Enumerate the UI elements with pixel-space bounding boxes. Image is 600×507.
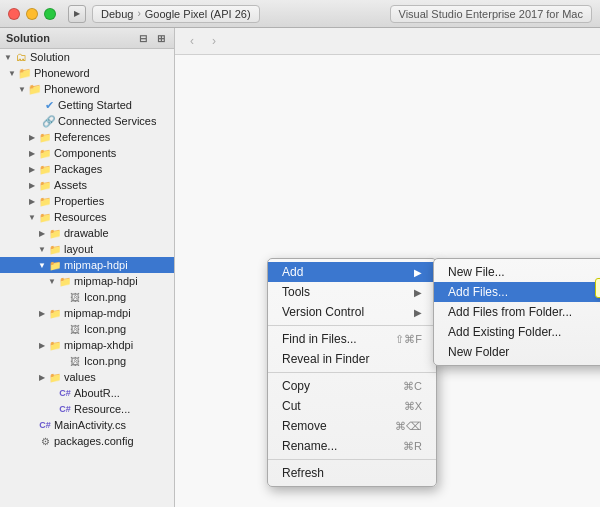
minimize-button[interactable] (26, 8, 38, 20)
tree-item-references[interactable]: ▶ 📁 References (0, 129, 174, 145)
tree-item-layout[interactable]: ▼ 📁 layout (0, 241, 174, 257)
tree-item-phoneword-proj[interactable]: ▼ 📁 Phoneword (0, 81, 174, 97)
arrow-icon2 (56, 323, 68, 335)
tree-item-solution[interactable]: ▼ 🗂 Solution (0, 49, 174, 65)
maximize-button[interactable] (44, 8, 56, 20)
icon-references: 📁 (38, 130, 52, 144)
arrow-components: ▶ (26, 147, 38, 159)
label-icon1: Icon.png (84, 291, 126, 303)
menu-label-copy: Copy (282, 379, 395, 393)
context-menu-overlay: Add ▶ Tools ▶ Version Control ▶ Find in … (175, 28, 600, 507)
submenu-item-new-folder[interactable]: New Folder (434, 342, 600, 362)
menu-item-version-control[interactable]: Version Control ▶ (268, 302, 436, 322)
icon-drawable: 📁 (48, 226, 62, 240)
menu-item-refresh[interactable]: Refresh (268, 463, 436, 483)
icon-connected-services: 🔗 (42, 114, 56, 128)
menu-item-copy[interactable]: Copy ⌘C (268, 376, 436, 396)
sidebar-icon-collapse[interactable]: ⊟ (136, 31, 150, 45)
icon-values: 📁 (48, 370, 62, 384)
title-bar-center: ▶ Debug › Google Pixel (API 26) (68, 5, 260, 23)
tree-item-mipmap4[interactable]: ▶ 📁 mipmap-xhdpi (0, 337, 174, 353)
tree-item-mipmap-selected[interactable]: ▼ 📁 mipmap-hdpi (0, 257, 174, 273)
submenu-label-add-files-folder: Add Files from Folder... (448, 305, 600, 319)
icon-properties: 📁 (38, 194, 52, 208)
menu-item-cut[interactable]: Cut ⌘X (268, 396, 436, 416)
breadcrumb-sep1: › (137, 8, 140, 19)
tree-item-icon3[interactable]: 🖼 Icon.png (0, 353, 174, 369)
menu-item-rename[interactable]: Rename... ⌘R (268, 436, 436, 456)
icon-phoneword-proj: 📁 (28, 82, 42, 96)
arrow-assets: ▶ (26, 179, 38, 191)
label-getting-started: Getting Started (58, 99, 132, 111)
submenu-item-add-files[interactable]: Add Files... ⌥⌘A (434, 282, 600, 302)
tree-item-connected-services[interactable]: 🔗 Connected Services (0, 113, 174, 129)
breadcrumb: Debug › Google Pixel (API 26) (92, 5, 260, 23)
arrow-phoneword-proj: ▼ (16, 83, 28, 95)
tree-item-icon2[interactable]: 🖼 Icon.png (0, 321, 174, 337)
tree-item-packages[interactable]: ▶ 📁 Packages (0, 161, 174, 177)
sidebar-icon-expand[interactable]: ⊞ (154, 31, 168, 45)
tree-item-about[interactable]: C# AboutR... (0, 385, 174, 401)
content-nav: ‹ › (175, 28, 600, 55)
arrow-mipmap3: ▶ (36, 307, 48, 319)
label-mipmap4: mipmap-xhdpi (64, 339, 133, 351)
tree-item-components[interactable]: ▶ 📁 Components (0, 145, 174, 161)
tree-item-properties[interactable]: ▶ 📁 Properties (0, 193, 174, 209)
menu-item-tools[interactable]: Tools ▶ (268, 282, 436, 302)
menu-item-add[interactable]: Add ▶ (268, 262, 436, 282)
arrow-mipmap-selected: ▼ (36, 259, 48, 271)
label-connected-services: Connected Services (58, 115, 156, 127)
icon-mainactivity: C# (38, 418, 52, 432)
menu-arrow-add: ▶ (414, 267, 422, 278)
tree-item-getting-started[interactable]: ✔ Getting Started (0, 97, 174, 113)
sidebar-header-icons: ⊟ ⊞ (136, 31, 168, 45)
icon-packages-config: ⚙ (38, 434, 52, 448)
tree-item-values[interactable]: ▶ 📁 values (0, 369, 174, 385)
tree-item-phoneword-root[interactable]: ▼ 📁 Phoneword (0, 65, 174, 81)
separator-3 (268, 459, 436, 460)
tree-item-mipmap2[interactable]: ▼ 📁 mipmap-hdpi (0, 273, 174, 289)
icon-phoneword-root: 📁 (18, 66, 32, 80)
label-properties: Properties (54, 195, 104, 207)
submenu-item-add-files-folder[interactable]: Add Files from Folder... (434, 302, 600, 322)
nav-forward-button[interactable]: › (205, 32, 223, 50)
menu-shortcut-copy: ⌘C (403, 380, 422, 393)
arrow-drawable: ▶ (36, 227, 48, 239)
menu-item-remove[interactable]: Remove ⌘⌫ (268, 416, 436, 436)
nav-back-button[interactable]: ‹ (183, 32, 201, 50)
label-phoneword-root: Phoneword (34, 67, 90, 79)
submenu-item-add-existing-folder[interactable]: Add Existing Folder... (434, 322, 600, 342)
arrow-resources: ▼ (26, 211, 38, 223)
icon-mipmap2: 📁 (58, 274, 72, 288)
label-values: values (64, 371, 96, 383)
sidebar: Solution ⊟ ⊞ ▼ 🗂 Solution ▼ 📁 Phoneword … (0, 28, 175, 507)
label-assets: Assets (54, 179, 87, 191)
arrow-values: ▶ (36, 371, 48, 383)
play-button[interactable]: ▶ (68, 5, 86, 23)
tree-item-resources[interactable]: ▼ 📁 Resources (0, 209, 174, 225)
tree-item-packages-config[interactable]: ⚙ packages.config (0, 433, 174, 449)
label-phoneword-proj: Phoneword (44, 83, 100, 95)
tree-item-icon1[interactable]: 🖼 Icon.png (0, 289, 174, 305)
menu-item-find-in-files[interactable]: Find in Files... ⇧⌘F (268, 329, 436, 349)
tree-item-assets[interactable]: ▶ 📁 Assets (0, 177, 174, 193)
label-icon2: Icon.png (84, 323, 126, 335)
close-button[interactable] (8, 8, 20, 20)
arrow-getting-started (30, 99, 42, 111)
label-mipmap3: mipmap-mdpi (64, 307, 131, 319)
menu-shortcut-remove: ⌘⌫ (395, 420, 422, 433)
submenu-item-new-file[interactable]: New File... (434, 262, 600, 282)
label-packages: Packages (54, 163, 102, 175)
tree-item-mainactivity[interactable]: C# MainActivity.cs (0, 417, 174, 433)
tree-item-mipmap3[interactable]: ▶ 📁 mipmap-mdpi (0, 305, 174, 321)
tree-item-resource[interactable]: C# Resource... (0, 401, 174, 417)
label-packages-config: packages.config (54, 435, 134, 447)
icon-mipmap3: 📁 (48, 306, 62, 320)
menu-item-reveal-in-finder[interactable]: Reveal in Finder (268, 349, 436, 369)
label-about: AboutR... (74, 387, 120, 399)
traffic-lights (8, 8, 56, 20)
menu-arrow-tools: ▶ (414, 287, 422, 298)
tree-item-drawable[interactable]: ▶ 📁 drawable (0, 225, 174, 241)
label-drawable: drawable (64, 227, 109, 239)
menu-label-version-control: Version Control (282, 305, 410, 319)
